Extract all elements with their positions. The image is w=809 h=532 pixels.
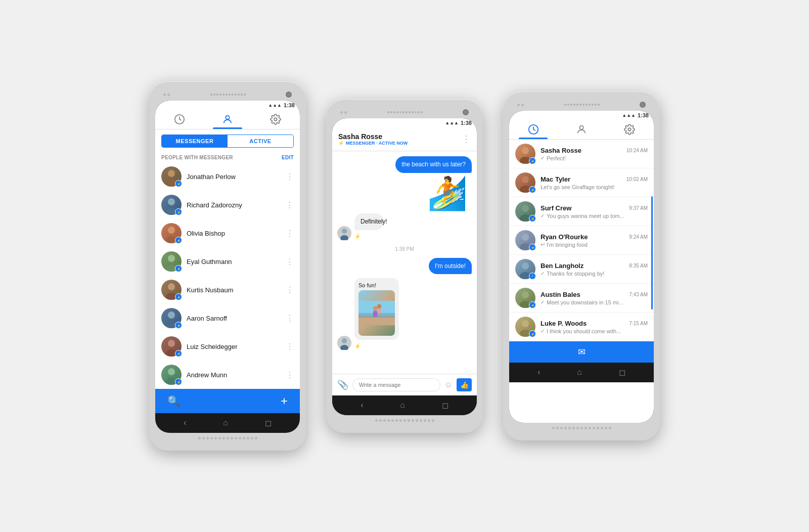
conversation-name: Luke P. Woods [541, 320, 587, 327]
more-icon[interactable]: ⋮ [286, 200, 294, 210]
avatar-wrap: ⚡ [515, 201, 535, 221]
grille-dot [239, 437, 241, 439]
sg-dot [589, 104, 591, 106]
back-icon-2[interactable]: ‹ [361, 401, 363, 410]
toggle-active[interactable]: ACTIVE [228, 135, 293, 147]
message-list: ⚡ Sasha Rosse 10:24 AM ✓ Perfect! [509, 140, 654, 341]
home-icon-2[interactable]: ⌂ [400, 401, 405, 410]
more-icon[interactable]: ⋮ [286, 257, 294, 267]
list-item[interactable]: ⚡ Austin Bales 7:43 AM ✓ Meet you downst… [509, 284, 654, 313]
messenger-active-toggle[interactable]: MESSENGER ACTIVE [161, 135, 294, 148]
grille-dot [403, 419, 406, 422]
list-item[interactable]: ⚡ Jonathan Perlow ⋮ [155, 162, 300, 191]
time-divider: 1:38 PM [337, 246, 472, 252]
more-icon[interactable]: ⋮ [286, 229, 294, 238]
sg-dot [415, 111, 417, 113]
home-icon-3[interactable]: ⌂ [577, 368, 582, 377]
list-item[interactable]: ⚡ Luke P. Woods 7:15 AM ✓ I think you sh… [509, 313, 654, 341]
list-item[interactable]: ⚡ Mac Tyler 10:02 AM Let's go see Giraff… [509, 168, 654, 197]
svg-point-21 [342, 338, 347, 343]
tab-settings-3[interactable] [606, 124, 654, 139]
list-item[interactable]: ⚡ Eyal Guthmann ⋮ [155, 247, 300, 276]
more-icon[interactable]: ⋮ [286, 285, 294, 295]
recents-icon-3[interactable]: ◻ [619, 368, 625, 377]
list-item[interactable]: ⚡ Andrew Munn ⋮ [155, 361, 300, 389]
phone-screen-1: ▲▲▲ 1:38 [155, 101, 300, 433]
conversation-top: Ryan O'Rourke 9:24 AM [541, 233, 648, 241]
conversation-info: Sasha Rosse 10:24 AM ✓ Perfect! [541, 147, 648, 161]
preview-check: ✓ [541, 271, 545, 276]
messenger-badge-small: ⚡ [354, 234, 361, 239]
grille-dot [552, 427, 555, 429]
grille-dot [399, 419, 402, 422]
tab-history[interactable] [155, 114, 203, 129]
preview-check: ✓ [541, 155, 545, 161]
tab-history-3[interactable] [509, 124, 557, 139]
svg-point-32 [628, 128, 632, 131]
preview-text: Let's go see Giraffage tonight! [541, 184, 614, 190]
list-item[interactable]: f Ben Langholz 8:35 AM ✓ Thanks for stop… [509, 255, 654, 284]
svg-point-35 [522, 176, 529, 183]
svg-point-31 [579, 126, 583, 129]
back-icon-3[interactable]: ‹ [537, 368, 540, 377]
grille-dot [593, 427, 595, 429]
recents-icon[interactable]: ◻ [265, 418, 272, 428]
message-bubble-in: Definitely! [354, 213, 384, 230]
messenger-icon-small: ⚡ [338, 141, 344, 146]
sg-dot [579, 104, 581, 106]
like-button[interactable]: 👍 [457, 378, 472, 391]
svg-point-2 [275, 118, 278, 121]
emoji-icon[interactable]: ☺ [444, 380, 453, 389]
phone-bottom-frame [155, 433, 300, 445]
conversation-info: Surf Crew 9:37 AM ✓ You guys wanna meet … [541, 204, 648, 219]
compose-icon[interactable]: ✉ [578, 346, 586, 358]
svg-point-28 [377, 304, 381, 308]
svg-point-19 [342, 229, 347, 234]
grille-dot [580, 427, 583, 429]
svg-point-20 [340, 235, 348, 240]
more-icon[interactable]: ⋮ [286, 172, 294, 182]
messenger-badge: ⚡ [529, 157, 536, 164]
more-icon[interactable]: ⋮ [286, 314, 294, 323]
sg-dot [387, 111, 389, 113]
speaker-grille-center-2 [387, 111, 423, 113]
svg-point-26 [373, 306, 378, 312]
chat-more-icon[interactable]: ⋮ [462, 134, 471, 145]
avatar-wrap: ⚡ [161, 223, 182, 243]
search-icon[interactable]: 🔍 [167, 395, 180, 407]
toggle-messenger[interactable]: MESSENGER [162, 135, 228, 147]
messenger-badge: ⚡ [175, 293, 182, 300]
edit-button[interactable]: EDIT [282, 155, 294, 160]
list-item[interactable]: ⚡ Aaron Sarnoff ⋮ [155, 304, 300, 332]
list-item[interactable]: ⚡ Richard Zadorozny ⋮ [155, 191, 300, 219]
back-icon[interactable]: ‹ [184, 418, 186, 428]
tab-people[interactable] [203, 114, 251, 129]
conversation-info: Mac Tyler 10:02 AM Let's go see Giraffag… [541, 175, 648, 190]
tab-settings[interactable] [252, 114, 300, 129]
section-label: PEOPLE WITH MESSENGER [161, 155, 233, 160]
home-icon[interactable]: ⌂ [223, 418, 228, 428]
tab-people-3[interactable] [557, 124, 605, 139]
sg-dot [402, 111, 404, 113]
list-item[interactable]: ⚡ Sasha Rosse 10:24 AM ✓ Perfect! [509, 140, 654, 168]
svg-point-7 [168, 227, 175, 234]
message-input[interactable] [352, 378, 440, 391]
list-item[interactable]: ⚡ Luiz Scheidegger ⋮ [155, 332, 300, 361]
more-icon[interactable]: ⋮ [286, 370, 294, 380]
more-icon[interactable]: ⋮ [286, 342, 294, 351]
list-item[interactable]: ⚡ Ryan O'Rourke 9:24 AM ↩ I'm bringing f… [509, 226, 654, 255]
attach-icon[interactable]: 📎 [337, 379, 348, 390]
recents-icon-2[interactable]: ◻ [442, 401, 448, 410]
grille-dot [391, 419, 394, 422]
avatar-wrap: ⚡ [515, 317, 535, 337]
sg-dot [222, 94, 224, 96]
list-item[interactable]: ⚡ Surf Crew 9:37 AM ✓ You guys wanna mee… [509, 197, 654, 226]
list-item[interactable]: ⚡ Kurtis Nusbaum ⋮ [155, 276, 300, 304]
list-item[interactable]: ⚡ Olivia Bishop ⋮ [155, 219, 300, 247]
grille-dot [163, 94, 166, 96]
avatar-wrap: ⚡ [515, 288, 535, 308]
grille-dot [202, 437, 205, 439]
add-icon[interactable]: + [281, 394, 288, 408]
preview-text: Perfect! [547, 155, 566, 161]
preview-text: I'm bringing food [547, 242, 588, 248]
